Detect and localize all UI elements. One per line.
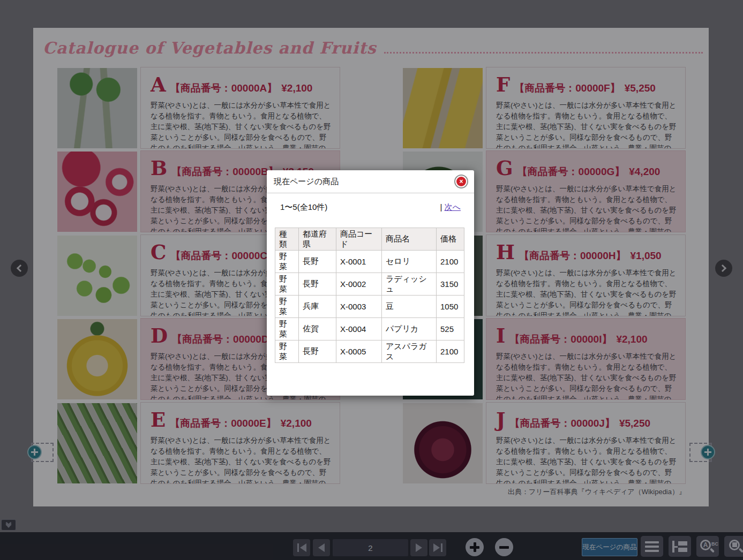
products-table: 種類 都道府県 商品コード 商品名 価格 野菜 長野 X-0001 セロリ 21… bbox=[275, 228, 464, 363]
col-header-price: 価格 bbox=[437, 228, 464, 251]
current-page-products-dialog: 現在ページの商品 × 1〜5(全10件) | 次へ 種類 都道府県 商品コード … bbox=[267, 170, 474, 396]
table-row: 野菜 長野 X-0005 アスパラガス 2100 bbox=[275, 340, 464, 363]
close-button[interactable]: × bbox=[454, 175, 468, 188]
next-results-link[interactable]: 次へ bbox=[445, 202, 461, 211]
table-row: 野菜 佐賀 X-0004 パプリカ 525 bbox=[275, 318, 464, 340]
dialog-header: 現在ページの商品 × bbox=[267, 170, 474, 193]
col-header-type: 種類 bbox=[275, 228, 299, 251]
col-header-prefecture: 都道府県 bbox=[299, 228, 336, 251]
dialog-title: 現在ページの商品 bbox=[274, 177, 339, 187]
viewer-stage: Catalogue of Vegetables and Fruits A 【商品… bbox=[0, 0, 743, 560]
table-row: 野菜 兵庫 X-0003 豆 1050 bbox=[275, 296, 464, 318]
pagination-links: | 次へ bbox=[440, 202, 461, 213]
pagination-row: 1〜5(全10件) | 次へ bbox=[267, 202, 474, 213]
close-icon: × bbox=[456, 177, 466, 186]
table-header-row: 種類 都道府県 商品コード 商品名 価格 bbox=[275, 228, 464, 251]
pagination-separator: | bbox=[440, 202, 442, 211]
table-row: 野菜 長野 X-0002 ラディッシュ 3150 bbox=[275, 273, 464, 296]
col-header-product-code: 商品コード bbox=[336, 228, 382, 251]
col-header-product-name: 商品名 bbox=[382, 228, 437, 251]
result-range-label: 1〜5(全10件) bbox=[280, 202, 327, 213]
table-row: 野菜 長野 X-0001 セロリ 2100 bbox=[275, 251, 464, 273]
